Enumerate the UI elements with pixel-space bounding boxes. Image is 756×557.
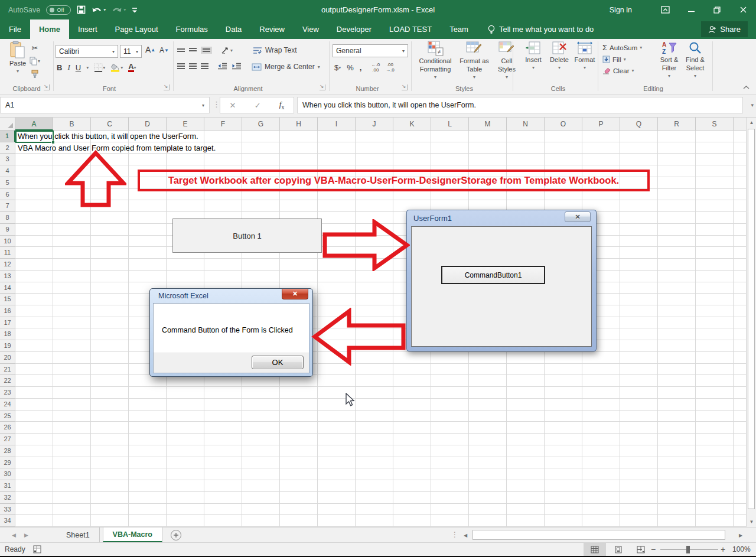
ribbon-tab-load-test[interactable]: LOAD TEST: [380, 19, 441, 39]
column-header-q[interactable]: Q: [620, 118, 658, 131]
select-all-corner[interactable]: [0, 118, 15, 131]
sheet-tab-sheet1[interactable]: Sheet1: [57, 527, 100, 542]
column-header-o[interactable]: O: [545, 118, 582, 131]
page-layout-view-button[interactable]: [607, 543, 630, 556]
align-bottom-button[interactable]: [201, 47, 212, 54]
scroll-left-icon[interactable]: ◀: [461, 529, 470, 541]
format-as-table-button[interactable]: Format as Table ▾: [457, 41, 491, 80]
row-header-4[interactable]: 4: [0, 165, 15, 177]
autosum-button[interactable]: Σ AutoSum ▾: [602, 43, 642, 52]
decrease-font-size-button[interactable]: A▼: [159, 46, 169, 54]
minimize-button[interactable]: [678, 0, 704, 19]
bold-button[interactable]: B: [57, 63, 62, 72]
row-header-10[interactable]: 10: [0, 236, 15, 247]
align-middle-button[interactable]: [189, 48, 197, 53]
cell-styles-button[interactable]: Cell Styles ▾: [494, 41, 520, 80]
ribbon-tab-view[interactable]: View: [294, 19, 328, 39]
column-header-i[interactable]: I: [318, 118, 356, 131]
horizontal-scrollbar-thumb[interactable]: [472, 530, 725, 540]
row-header-11[interactable]: 11: [0, 247, 15, 259]
row-header-16[interactable]: 16: [0, 305, 15, 317]
column-header-p[interactable]: P: [582, 118, 620, 131]
row-header-5[interactable]: 5: [0, 177, 15, 189]
row-header-17[interactable]: 17: [0, 317, 15, 329]
ribbon-tab-insert[interactable]: Insert: [69, 19, 106, 39]
column-header-j[interactable]: J: [356, 118, 393, 131]
column-header-h[interactable]: H: [280, 118, 318, 131]
row-header-20[interactable]: 20: [0, 352, 15, 364]
row-header-9[interactable]: 9: [0, 224, 15, 236]
share-button[interactable]: Share: [701, 21, 748, 37]
row-header-6[interactable]: 6: [0, 189, 15, 201]
row-header-13[interactable]: 13: [0, 271, 15, 282]
decrease-indent-button[interactable]: [217, 63, 227, 70]
paste-button[interactable]: Paste ▾: [6, 41, 30, 74]
font-color-button[interactable]: A ▾: [128, 63, 136, 72]
column-header-c[interactable]: C: [91, 118, 129, 131]
row-header-33[interactable]: 33: [0, 504, 15, 516]
underline-button[interactable]: U: [76, 63, 81, 72]
row-header-2[interactable]: 2: [0, 142, 15, 154]
row-header-32[interactable]: 32: [0, 492, 15, 504]
ribbon-display-options-button[interactable]: [652, 0, 678, 19]
row-header-12[interactable]: 12: [0, 259, 15, 271]
ribbon-tab-formulas[interactable]: Formulas: [167, 19, 217, 39]
vertical-scrollbar[interactable]: ▲ ▼: [746, 118, 756, 527]
fill-handle[interactable]: [51, 141, 55, 144]
zoom-slider-handle[interactable]: [686, 546, 690, 553]
alignment-dialog-launcher[interactable]: ↘: [320, 84, 325, 90]
dialog-close-button[interactable]: ✕: [282, 289, 308, 299]
command-button-1[interactable]: CommandButton1: [441, 266, 545, 284]
confirm-entry-button[interactable]: ✓: [255, 101, 261, 110]
font-dialog-launcher[interactable]: ↘: [164, 84, 170, 90]
collapse-ribbon-button[interactable]: [743, 85, 750, 90]
decrease-decimal-button[interactable]: .00→.0: [386, 63, 395, 73]
cancel-entry-button[interactable]: ✕: [230, 101, 236, 110]
align-right-button[interactable]: [201, 63, 208, 69]
column-header-m[interactable]: M: [469, 118, 507, 131]
column-header-a[interactable]: A: [15, 118, 53, 131]
borders-button[interactable]: ▾: [94, 63, 105, 72]
ribbon-tab-data[interactable]: Data: [217, 19, 250, 39]
sign-in-link[interactable]: Sign in: [610, 6, 632, 14]
prev-sheet-icon[interactable]: ◀: [12, 532, 16, 538]
number-format-combo[interactable]: General▾: [333, 44, 408, 57]
row-header-18[interactable]: 18: [0, 328, 15, 340]
vertical-scrollbar-thumb[interactable]: [748, 129, 755, 509]
row-header-25[interactable]: 25: [0, 411, 15, 422]
ribbon-tab-home[interactable]: Home: [30, 19, 69, 39]
clear-button[interactable]: Clear ▾: [602, 67, 642, 74]
row-header-28[interactable]: 28: [0, 445, 15, 457]
align-left-button[interactable]: [177, 63, 185, 69]
row-header-31[interactable]: 31: [0, 480, 15, 492]
column-header-f[interactable]: F: [204, 118, 242, 131]
column-header-d[interactable]: D: [129, 118, 167, 131]
scroll-right-icon[interactable]: ▶: [736, 529, 745, 541]
next-sheet-icon[interactable]: ▶: [24, 532, 28, 538]
comma-style-button[interactable]: ,: [360, 63, 362, 72]
column-header-b[interactable]: B: [53, 118, 91, 131]
row-header-21[interactable]: 21: [0, 364, 15, 376]
tab-scrollbar-divider[interactable]: ⋮: [451, 530, 458, 539]
close-button[interactable]: [730, 0, 756, 19]
zoom-out-button[interactable]: −: [651, 545, 656, 554]
userform-close-button[interactable]: ✕: [565, 211, 591, 222]
column-header-s[interactable]: S: [696, 118, 734, 131]
ribbon-tab-file[interactable]: File: [0, 19, 30, 39]
increase-indent-button[interactable]: [232, 63, 242, 70]
horizontal-scrollbar[interactable]: ◀ ▶: [461, 529, 745, 541]
fill-color-button[interactable]: ▾: [110, 63, 123, 72]
column-header-g[interactable]: G: [242, 118, 280, 131]
name-box[interactable]: A1 ▾: [0, 97, 210, 113]
ribbon-tab-page-layout[interactable]: Page Layout: [106, 19, 167, 39]
dialog-ok-button[interactable]: OK: [252, 356, 304, 369]
ribbon-tab-developer[interactable]: Developer: [328, 19, 380, 39]
format-painter-button[interactable]: [30, 70, 40, 79]
row-header-24[interactable]: 24: [0, 399, 15, 411]
percent-style-button[interactable]: %: [347, 63, 354, 72]
insert-function-button[interactable]: fx: [279, 100, 285, 110]
row-header-30[interactable]: 30: [0, 468, 15, 480]
align-center-button[interactable]: [189, 63, 197, 69]
font-size-combo[interactable]: 11▾: [120, 45, 142, 58]
column-header-k[interactable]: K: [393, 118, 431, 131]
